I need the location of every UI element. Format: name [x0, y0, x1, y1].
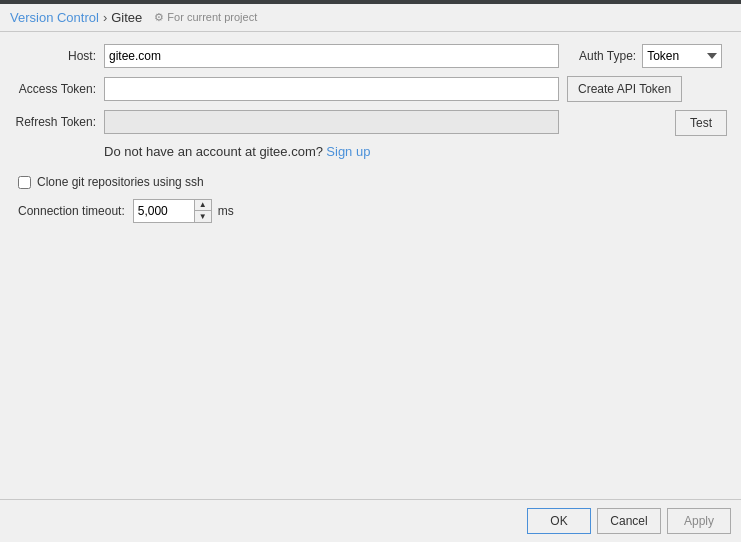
access-token-row: Access Token: Create API Token [14, 76, 727, 102]
refresh-token-label: Refresh Token: [14, 115, 104, 129]
signup-link[interactable]: Sign up [326, 144, 370, 159]
settings-content: Host: Auth Type: Token Password Access T… [0, 32, 741, 499]
ok-button[interactable]: OK [527, 508, 591, 534]
host-label: Host: [14, 49, 104, 63]
breadcrumb-note: ⚙ For current project [154, 11, 257, 24]
auth-type-select[interactable]: Token Password [642, 44, 722, 68]
create-api-token-button[interactable]: Create API Token [567, 76, 682, 102]
host-row: Host: Auth Type: Token Password [14, 44, 727, 68]
access-token-input[interactable] [104, 77, 559, 101]
timeout-decrement-button[interactable]: ▼ [195, 211, 211, 222]
test-button[interactable]: Test [675, 110, 727, 136]
breadcrumb-current: Gitee [111, 10, 142, 25]
apply-button[interactable]: Apply [667, 508, 731, 534]
access-token-label: Access Token: [14, 82, 104, 96]
timeout-row: Connection timeout: ▲ ▼ ms [18, 199, 727, 223]
clone-ssh-label[interactable]: Clone git repositories using ssh [37, 175, 204, 189]
host-input[interactable] [104, 44, 559, 68]
timeout-increment-button[interactable]: ▲ [195, 200, 211, 211]
refresh-token-row: Refresh Token: [14, 110, 667, 134]
header-bar: Version Control › Gitee ⚙ For current pr… [0, 4, 741, 32]
clone-ssh-checkbox[interactable] [18, 176, 31, 189]
timeout-unit-label: ms [218, 204, 234, 218]
clone-ssh-row: Clone git repositories using ssh [18, 175, 727, 189]
signup-row: Do not have an account at gitee.com? Sig… [14, 144, 727, 159]
cancel-button[interactable]: Cancel [597, 508, 661, 534]
timeout-label: Connection timeout: [18, 204, 125, 218]
timeout-input-wrapper: ▲ ▼ [133, 199, 212, 223]
timeout-spinner: ▲ ▼ [194, 200, 211, 222]
content-spacer [14, 223, 727, 487]
refresh-token-input [104, 110, 559, 134]
auth-type-label: Auth Type: [579, 49, 636, 63]
timeout-input[interactable] [134, 200, 194, 222]
breadcrumb-parent[interactable]: Version Control [10, 10, 99, 25]
breadcrumb: Version Control › Gitee ⚙ For current pr… [10, 10, 257, 25]
auth-type-section: Auth Type: Token Password [579, 44, 722, 68]
bottom-bar: OK Cancel Apply [0, 499, 741, 542]
signup-text: Do not have an account at gitee.com? Sig… [104, 144, 370, 159]
breadcrumb-separator: › [103, 10, 107, 25]
